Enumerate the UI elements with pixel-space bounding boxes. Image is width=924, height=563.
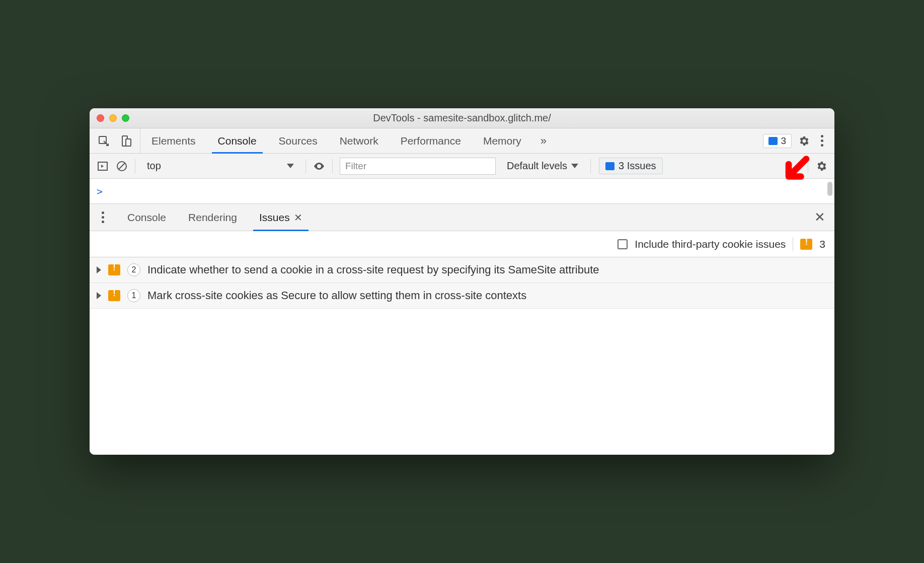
inspect-icon[interactable] [98,135,110,147]
drawer-tab-issues-label: Issues [259,212,290,224]
context-selector[interactable]: top [142,158,298,174]
window-title: DevTools - samesite-sandbox.glitch.me/ [90,112,834,124]
issue-title: Indicate whether to send a cookie in a c… [147,262,827,277]
include-thirdparty-label: Include third-party cookie issues [635,238,786,250]
close-drawer-icon[interactable]: ✕ [805,209,834,225]
more-tabs-icon[interactable]: » [532,134,555,148]
issues-icon [605,162,614,170]
console-input-row[interactable]: > [90,179,834,204]
issue-count-badge: 1 [127,289,140,302]
expand-icon[interactable] [97,266,101,273]
devtools-window: DevTools - samesite-sandbox.glitch.me/ E… [90,108,834,454]
close-window-button[interactable] [97,114,104,122]
settings-gear-icon[interactable] [798,135,810,147]
issues-label: 3 Issues [619,160,656,172]
warning-issues-icon: ! [108,290,120,301]
drawer-menu-icon[interactable] [97,212,109,223]
live-expression-icon[interactable] [313,160,325,172]
issue-row[interactable]: ! 2 Indicate whether to send a cookie in… [90,257,834,283]
console-toolbar: top Default levels 3 Issues [90,154,834,179]
tab-sources[interactable]: Sources [268,128,329,153]
main-tabbar: Elements Console Sources Network Perform… [90,128,834,154]
minimize-window-button[interactable] [109,114,117,122]
issues-count: 3 [781,135,786,147]
include-thirdparty-checkbox[interactable] [618,239,628,249]
issue-count-badge: 2 [127,263,140,276]
tab-performance[interactable]: Performance [390,128,472,153]
sidebar-toggle-icon[interactable] [97,160,109,172]
tab-console[interactable]: Console [207,128,268,153]
log-levels-selector[interactable]: Default levels [503,160,582,172]
issues-total: 3 [819,238,825,250]
close-tab-icon[interactable]: ✕ [294,212,302,224]
filter-input[interactable] [340,158,496,175]
traffic-lights [90,114,129,122]
drawer-tab-rendering[interactable]: Rendering [177,204,248,231]
scrollbar-thumb[interactable] [827,182,832,196]
console-prompt: > [97,185,103,197]
tab-network[interactable]: Network [329,128,390,153]
drawer-tab-issues[interactable]: Issues ✕ [248,204,314,231]
drawer-tab-console[interactable]: Console [116,204,177,231]
tab-memory[interactable]: Memory [472,128,532,153]
kebab-menu-icon[interactable] [816,135,828,147]
expand-icon[interactable] [97,292,101,299]
console-settings-gear-icon[interactable] [815,160,827,172]
device-toggle-icon[interactable] [120,135,132,147]
drawer-tabbar: Console Rendering Issues ✕ ✕ [90,204,834,231]
issue-title: Mark cross-site cookies as Secure to all… [147,288,827,303]
issues-button[interactable]: 3 Issues [599,158,662,174]
clear-console-icon[interactable] [116,160,128,172]
issues-icon [768,137,778,145]
context-value: top [147,160,161,172]
issues-toolbar: Include third-party cookie issues ! 3 [90,231,834,257]
svg-rect-2 [126,139,131,146]
issue-row[interactable]: ! 1 Mark cross-site cookies as Secure to… [90,283,834,309]
dropdown-caret-icon [571,164,578,168]
titlebar: DevTools - samesite-sandbox.glitch.me/ [90,108,834,128]
warning-issues-icon: ! [108,264,120,275]
dropdown-caret-icon [287,164,294,168]
warning-issues-icon: ! [800,239,812,250]
issues-counter-button[interactable]: 3 [763,134,792,148]
empty-area [90,309,834,455]
zoom-window-button[interactable] [122,114,129,122]
levels-label: Default levels [507,160,567,172]
tab-elements[interactable]: Elements [140,128,207,153]
